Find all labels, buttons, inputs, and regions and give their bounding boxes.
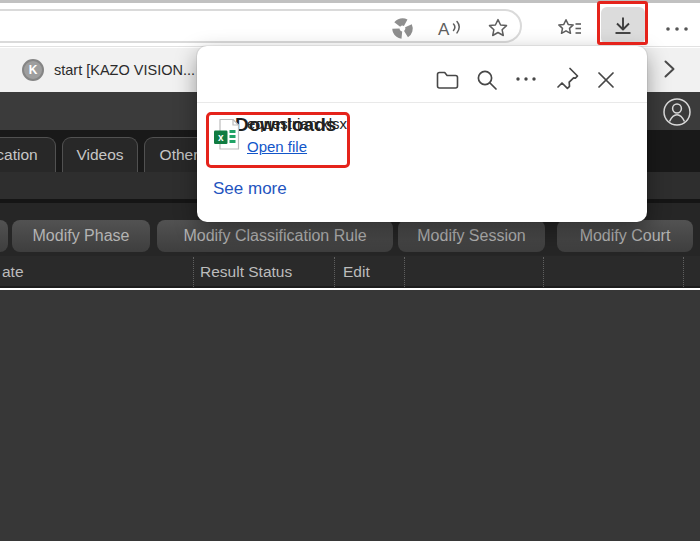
modify-court-button[interactable]: Modify Court: [557, 220, 693, 252]
column-separator: [683, 257, 684, 287]
page-tab-videos[interactable]: Videos: [62, 137, 138, 172]
pin-popup-icon[interactable]: [553, 63, 583, 93]
column-header-edit: Edit: [343, 256, 370, 288]
modify-session-button[interactable]: Modify Session: [398, 220, 545, 252]
user-profile-icon[interactable]: [662, 97, 692, 127]
download-filename[interactable]: equestrian.xlsx: [247, 115, 347, 132]
column-header-result-status: Result Status: [200, 256, 292, 288]
read-aloud-icon[interactable]: A: [437, 17, 463, 41]
bookmark-label: start [KAZO VISION...: [54, 62, 195, 78]
search-downloads-icon[interactable]: [472, 65, 502, 95]
browser-toolbar: A: [0, 3, 700, 47]
column-separator: [543, 257, 544, 287]
close-popup-icon[interactable]: [591, 65, 621, 95]
table-body-empty: [0, 290, 700, 541]
browser-window: A: [0, 0, 700, 541]
favorites-hub-icon[interactable]: [556, 16, 583, 40]
column-header-date: ate: [2, 256, 24, 288]
site-favicon: K: [22, 59, 44, 81]
more-options-icon[interactable]: [511, 64, 541, 94]
excel-file-icon: x: [213, 118, 240, 151]
favorite-star-icon[interactable]: [486, 16, 510, 40]
open-downloads-folder-icon[interactable]: [432, 65, 462, 95]
svg-text:A: A: [438, 20, 450, 39]
modify-classification-rule-button[interactable]: Modify Classification Rule: [157, 220, 393, 252]
downloads-popup: Downloads: [197, 46, 647, 222]
download-arrow-icon: [611, 14, 635, 38]
column-separator: [404, 257, 405, 287]
extension-pinwheel-icon[interactable]: [391, 17, 414, 40]
open-file-link[interactable]: Open file: [247, 138, 307, 155]
see-more-link[interactable]: See more: [213, 179, 287, 199]
popup-header-divider: [197, 102, 647, 103]
column-separator: [193, 257, 194, 287]
svg-text:x: x: [218, 132, 224, 143]
bookmark-item[interactable]: K start [KAZO VISION...: [22, 48, 195, 92]
chevron-right-icon[interactable]: [656, 56, 682, 82]
settings-more-icon[interactable]: [663, 19, 691, 39]
page-tab-classification[interactable]: cation: [0, 137, 56, 172]
downloads-button[interactable]: [601, 7, 645, 44]
modify-phase-button[interactable]: Modify Phase: [12, 220, 150, 252]
table-header-row: ate Result Status Edit: [0, 256, 700, 288]
modify-button-partial[interactable]: [0, 220, 8, 252]
column-separator: [334, 257, 335, 287]
